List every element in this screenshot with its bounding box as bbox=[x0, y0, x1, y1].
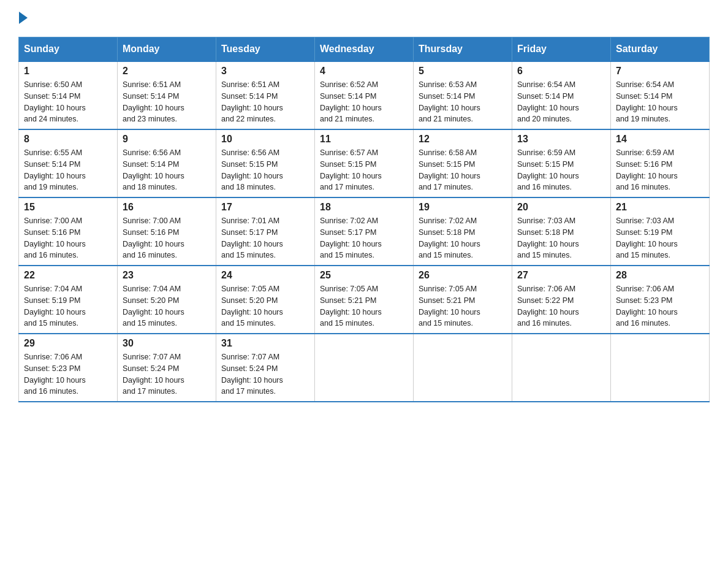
calendar-cell: 19 Sunrise: 7:02 AMSunset: 5:18 PMDaylig… bbox=[414, 197, 512, 266]
calendar-header-friday: Friday bbox=[512, 37, 611, 62]
day-info: Sunrise: 6:59 AMSunset: 5:16 PMDaylight:… bbox=[616, 148, 678, 191]
calendar-cell: 8 Sunrise: 6:55 AMSunset: 5:14 PMDayligh… bbox=[19, 129, 118, 197]
calendar-header-thursday: Thursday bbox=[414, 37, 512, 62]
day-number: 5 bbox=[419, 66, 507, 77]
calendar-week-row: 1 Sunrise: 6:50 AMSunset: 5:14 PMDayligh… bbox=[19, 61, 710, 129]
day-number: 10 bbox=[221, 134, 309, 145]
day-number: 19 bbox=[419, 202, 507, 213]
day-info: Sunrise: 6:55 AMSunset: 5:14 PMDaylight:… bbox=[24, 148, 86, 191]
calendar-cell: 23 Sunrise: 7:04 AMSunset: 5:20 PMDaylig… bbox=[118, 266, 216, 334]
day-number: 18 bbox=[320, 202, 408, 213]
day-info: Sunrise: 7:01 AMSunset: 5:17 PMDaylight:… bbox=[221, 216, 283, 259]
calendar-cell: 21 Sunrise: 7:03 AMSunset: 5:19 PMDaylig… bbox=[611, 197, 710, 266]
calendar-cell: 25 Sunrise: 7:05 AMSunset: 5:21 PMDaylig… bbox=[315, 266, 414, 334]
day-number: 28 bbox=[616, 270, 704, 281]
calendar-week-row: 15 Sunrise: 7:00 AMSunset: 5:16 PMDaylig… bbox=[19, 197, 710, 266]
calendar-table: SundayMondayTuesdayWednesdayThursdayFrid… bbox=[18, 37, 710, 402]
calendar-cell: 16 Sunrise: 7:00 AMSunset: 5:16 PMDaylig… bbox=[118, 197, 216, 266]
calendar-cell: 2 Sunrise: 6:51 AMSunset: 5:14 PMDayligh… bbox=[118, 61, 216, 129]
day-number: 24 bbox=[221, 270, 309, 281]
day-number: 12 bbox=[419, 134, 507, 145]
calendar-cell: 1 Sunrise: 6:50 AMSunset: 5:14 PMDayligh… bbox=[19, 61, 118, 129]
day-info: Sunrise: 7:03 AMSunset: 5:18 PMDaylight:… bbox=[517, 216, 579, 259]
calendar-cell: 6 Sunrise: 6:54 AMSunset: 5:14 PMDayligh… bbox=[512, 61, 611, 129]
calendar-cell: 22 Sunrise: 7:04 AMSunset: 5:19 PMDaylig… bbox=[19, 266, 118, 334]
calendar-cell: 15 Sunrise: 7:00 AMSunset: 5:16 PMDaylig… bbox=[19, 197, 118, 266]
day-number: 4 bbox=[320, 66, 408, 77]
day-number: 23 bbox=[123, 270, 211, 281]
page-header bbox=[18, 12, 710, 25]
day-info: Sunrise: 6:51 AMSunset: 5:14 PMDaylight:… bbox=[221, 80, 283, 123]
day-info: Sunrise: 7:00 AMSunset: 5:16 PMDaylight:… bbox=[123, 216, 184, 259]
day-info: Sunrise: 6:57 AMSunset: 5:15 PMDaylight:… bbox=[320, 148, 382, 191]
day-info: Sunrise: 6:52 AMSunset: 5:14 PMDaylight:… bbox=[320, 80, 382, 123]
day-number: 8 bbox=[24, 134, 112, 145]
calendar-cell: 10 Sunrise: 6:56 AMSunset: 5:15 PMDaylig… bbox=[216, 129, 315, 197]
day-info: Sunrise: 6:56 AMSunset: 5:14 PMDaylight:… bbox=[123, 148, 184, 191]
day-number: 29 bbox=[24, 338, 112, 349]
day-number: 11 bbox=[320, 134, 408, 145]
day-info: Sunrise: 6:59 AMSunset: 5:15 PMDaylight:… bbox=[517, 148, 579, 191]
calendar-header-tuesday: Tuesday bbox=[216, 37, 315, 62]
day-info: Sunrise: 7:00 AMSunset: 5:16 PMDaylight:… bbox=[24, 216, 86, 259]
day-number: 21 bbox=[616, 202, 704, 213]
calendar-cell: 13 Sunrise: 6:59 AMSunset: 5:15 PMDaylig… bbox=[512, 129, 611, 197]
day-number: 6 bbox=[517, 66, 605, 77]
day-number: 26 bbox=[419, 270, 507, 281]
day-number: 7 bbox=[616, 66, 704, 77]
logo bbox=[18, 12, 28, 25]
day-info: Sunrise: 7:03 AMSunset: 5:19 PMDaylight:… bbox=[616, 216, 678, 259]
day-number: 14 bbox=[616, 134, 704, 145]
calendar-cell bbox=[414, 334, 512, 402]
day-info: Sunrise: 6:54 AMSunset: 5:14 PMDaylight:… bbox=[616, 80, 678, 123]
day-info: Sunrise: 7:02 AMSunset: 5:17 PMDaylight:… bbox=[320, 216, 382, 259]
day-info: Sunrise: 7:06 AMSunset: 5:23 PMDaylight:… bbox=[24, 353, 86, 396]
calendar-header-monday: Monday bbox=[118, 37, 216, 62]
calendar-cell: 18 Sunrise: 7:02 AMSunset: 5:17 PMDaylig… bbox=[315, 197, 414, 266]
calendar-cell: 11 Sunrise: 6:57 AMSunset: 5:15 PMDaylig… bbox=[315, 129, 414, 197]
day-info: Sunrise: 7:07 AMSunset: 5:24 PMDaylight:… bbox=[221, 353, 283, 396]
calendar-week-row: 29 Sunrise: 7:06 AMSunset: 5:23 PMDaylig… bbox=[19, 334, 710, 402]
day-number: 20 bbox=[517, 202, 605, 213]
calendar-cell: 24 Sunrise: 7:05 AMSunset: 5:20 PMDaylig… bbox=[216, 266, 315, 334]
day-info: Sunrise: 7:04 AMSunset: 5:20 PMDaylight:… bbox=[123, 285, 184, 327]
calendar-cell: 30 Sunrise: 7:07 AMSunset: 5:24 PMDaylig… bbox=[118, 334, 216, 402]
calendar-header-row: SundayMondayTuesdayWednesdayThursdayFrid… bbox=[19, 37, 710, 62]
day-info: Sunrise: 6:53 AMSunset: 5:14 PMDaylight:… bbox=[419, 80, 480, 123]
day-number: 27 bbox=[517, 270, 605, 281]
calendar-cell: 7 Sunrise: 6:54 AMSunset: 5:14 PMDayligh… bbox=[611, 61, 710, 129]
day-number: 25 bbox=[320, 270, 408, 281]
day-info: Sunrise: 6:58 AMSunset: 5:15 PMDaylight:… bbox=[419, 148, 480, 191]
calendar-cell: 5 Sunrise: 6:53 AMSunset: 5:14 PMDayligh… bbox=[414, 61, 512, 129]
calendar-cell: 17 Sunrise: 7:01 AMSunset: 5:17 PMDaylig… bbox=[216, 197, 315, 266]
calendar-cell: 28 Sunrise: 7:06 AMSunset: 5:23 PMDaylig… bbox=[611, 266, 710, 334]
day-number: 17 bbox=[221, 202, 309, 213]
calendar-cell bbox=[512, 334, 611, 402]
day-info: Sunrise: 6:51 AMSunset: 5:14 PMDaylight:… bbox=[123, 80, 184, 123]
calendar-cell: 4 Sunrise: 6:52 AMSunset: 5:14 PMDayligh… bbox=[315, 61, 414, 129]
calendar-cell: 14 Sunrise: 6:59 AMSunset: 5:16 PMDaylig… bbox=[611, 129, 710, 197]
calendar-header-sunday: Sunday bbox=[19, 37, 118, 62]
day-number: 1 bbox=[24, 66, 112, 77]
day-info: Sunrise: 7:07 AMSunset: 5:24 PMDaylight:… bbox=[123, 353, 184, 396]
day-number: 15 bbox=[24, 202, 112, 213]
calendar-week-row: 8 Sunrise: 6:55 AMSunset: 5:14 PMDayligh… bbox=[19, 129, 710, 197]
calendar-cell: 29 Sunrise: 7:06 AMSunset: 5:23 PMDaylig… bbox=[19, 334, 118, 402]
day-info: Sunrise: 7:06 AMSunset: 5:23 PMDaylight:… bbox=[616, 285, 678, 327]
day-number: 16 bbox=[123, 202, 211, 213]
day-number: 30 bbox=[123, 338, 211, 349]
day-number: 2 bbox=[123, 66, 211, 77]
day-number: 13 bbox=[517, 134, 605, 145]
calendar-header-wednesday: Wednesday bbox=[315, 37, 414, 62]
day-info: Sunrise: 7:06 AMSunset: 5:22 PMDaylight:… bbox=[517, 285, 579, 327]
calendar-cell bbox=[315, 334, 414, 402]
logo-arrow-icon bbox=[19, 12, 28, 24]
day-info: Sunrise: 7:05 AMSunset: 5:20 PMDaylight:… bbox=[221, 285, 283, 327]
day-info: Sunrise: 6:50 AMSunset: 5:14 PMDaylight:… bbox=[24, 80, 86, 123]
day-info: Sunrise: 6:54 AMSunset: 5:14 PMDaylight:… bbox=[517, 80, 579, 123]
day-info: Sunrise: 7:05 AMSunset: 5:21 PMDaylight:… bbox=[419, 285, 480, 327]
day-info: Sunrise: 7:02 AMSunset: 5:18 PMDaylight:… bbox=[419, 216, 480, 259]
day-number: 31 bbox=[221, 338, 309, 349]
calendar-header-saturday: Saturday bbox=[611, 37, 710, 62]
day-number: 3 bbox=[221, 66, 309, 77]
